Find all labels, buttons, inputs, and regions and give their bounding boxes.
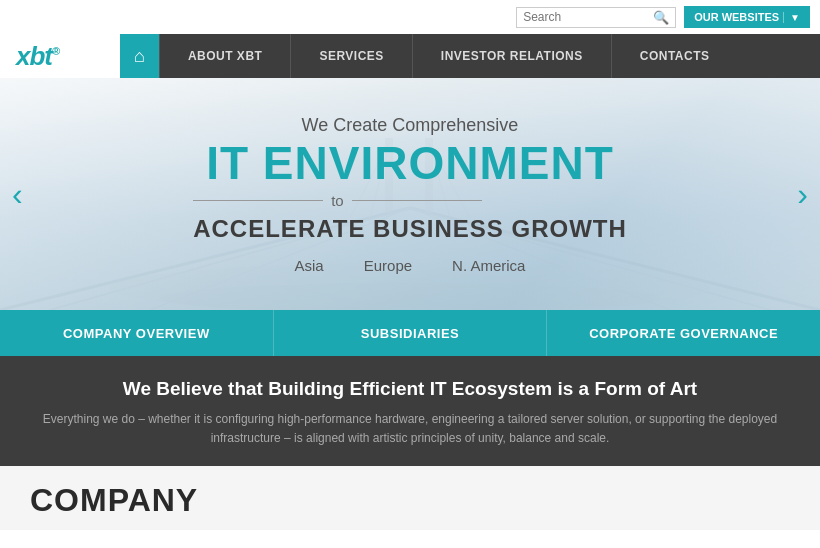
tab-company-overview[interactable]: COMPANY OVERVIEW [0, 310, 274, 356]
hero-divider-left [193, 200, 323, 201]
hero-next-button[interactable]: › [797, 176, 808, 213]
hero-divider-right [352, 200, 482, 201]
bottom-section: COMPANY [0, 466, 820, 530]
hero-title: IT ENVIRONMENT [193, 140, 627, 186]
hero-to-text: to [331, 192, 344, 209]
search-wrapper: 🔍 [516, 7, 676, 28]
search-icon-button[interactable]: 🔍 [653, 10, 669, 25]
logo: xbt® [16, 41, 59, 72]
hero-regions: Asia Europe N. America [193, 257, 627, 274]
hero-subtitle-text: We Create Comprehensive [193, 115, 627, 136]
nav-item-contacts[interactable]: CONTACTS [611, 34, 738, 78]
our-websites-button[interactable]: OUR WEBSITES ▼ [684, 6, 810, 28]
logo-reg: ® [52, 45, 59, 57]
hero-prev-button[interactable]: ‹ [12, 176, 23, 213]
company-label: COMPANY [30, 484, 198, 516]
tab-subsidiaries[interactable]: SUBSIDIARIES [274, 310, 548, 356]
hero-section: We Create Comprehensive IT ENVIRONMENT t… [0, 78, 820, 310]
home-icon: ⌂ [134, 46, 145, 67]
tab-corporate-governance[interactable]: CORPORATE GOVERNANCE [547, 310, 820, 356]
region-europe: Europe [364, 257, 412, 274]
our-websites-label: OUR WEBSITES [694, 11, 779, 23]
content-heading: We Believe that Building Efficient IT Ec… [30, 378, 790, 400]
region-america: N. America [452, 257, 525, 274]
search-input[interactable] [523, 10, 653, 24]
dropdown-caret-icon: ▼ [783, 12, 800, 23]
nav-home-button[interactable]: ⌂ [120, 34, 159, 78]
hero-content: We Create Comprehensive IT ENVIRONMENT t… [193, 115, 627, 274]
tab-bar: COMPANY OVERVIEW SUBSIDIARIES CORPORATE … [0, 310, 820, 356]
top-bar: 🔍 OUR WEBSITES ▼ [0, 0, 820, 34]
content-section: We Believe that Building Efficient IT Ec… [0, 356, 820, 466]
nav-bar: xbt® ⌂ ABOUT XBT SERVICES INVESTOR RELAT… [0, 34, 820, 78]
nav-item-about[interactable]: ABOUT XBT [159, 34, 291, 78]
hero-divider: to [193, 192, 627, 209]
logo-area: xbt® [0, 34, 120, 78]
nav-item-services[interactable]: SERVICES [290, 34, 411, 78]
hero-main-subtitle: ACCELERATE BUSINESS GROWTH [193, 215, 627, 243]
nav-item-investor[interactable]: INVESTOR RELATIONS [412, 34, 611, 78]
region-asia: Asia [295, 257, 324, 274]
content-body: Everything we do – whether it is configu… [30, 410, 790, 448]
